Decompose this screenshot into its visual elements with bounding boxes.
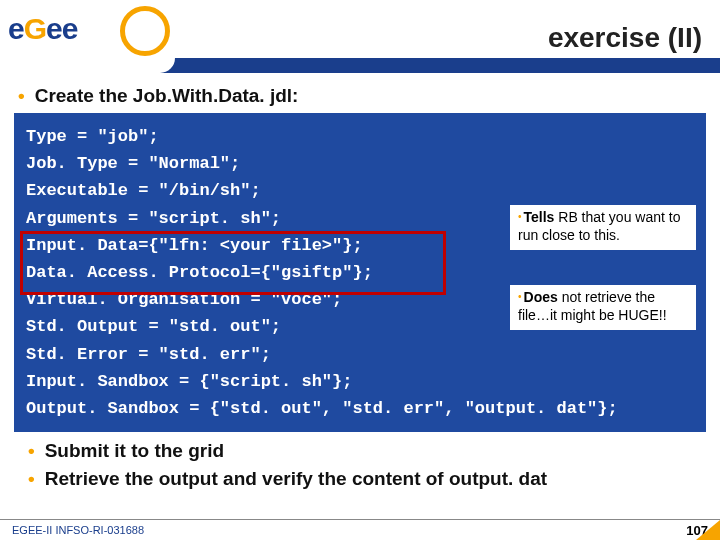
egee-logo: e G e e xyxy=(8,12,77,46)
divider-curve xyxy=(0,58,175,73)
bullet-icon: • xyxy=(28,468,35,489)
annotation-tells: •Tells RB that you want to run close to … xyxy=(510,205,696,250)
bottom-bullets: •Submit it to the grid •Retrieve the out… xyxy=(22,440,708,490)
corner-icon xyxy=(696,520,720,540)
header-divider xyxy=(0,58,720,73)
code-line: Job. Type = "Normal"; xyxy=(26,150,694,177)
code-line: Data. Access. Protocol={"gsiftp"}; xyxy=(26,259,694,286)
footer-left: EGEE-II INFSO-RI-031688 xyxy=(12,524,144,536)
logo-letter: e xyxy=(62,12,78,46)
tagline: Enabling Grids for E-sciencE xyxy=(182,45,299,55)
code-line: Output. Sandbox = {"std. out", "std. err… xyxy=(26,395,694,422)
logo-letter: e xyxy=(46,12,62,46)
bullet-create: •Create the Job.With.Data. jdl: xyxy=(18,85,708,107)
footer: EGEE-II INFSO-RI-031688 107 xyxy=(0,519,720,540)
code-line: Executable = "/bin/sh"; xyxy=(26,177,694,204)
annotation-does: •Does not retrieve the file…it might be … xyxy=(510,285,696,330)
bullet-icon: • xyxy=(518,291,522,302)
annot-bold: Tells xyxy=(524,209,555,225)
logo-circle-icon xyxy=(120,6,170,56)
bullet-text: Submit it to the grid xyxy=(45,440,224,461)
code-line: Type = "job"; xyxy=(26,123,694,150)
bullet-icon: • xyxy=(28,440,35,461)
bullet-icon: • xyxy=(518,211,522,222)
logo-letter: e xyxy=(8,12,24,46)
bullet-text: Create the Job.With.Data. jdl: xyxy=(35,85,299,106)
bullet-submit: •Submit it to the grid xyxy=(28,440,708,462)
bullet-retrieve: •Retrieve the output and verify the cont… xyxy=(28,468,708,490)
content-area: •Create the Job.With.Data. jdl: Type = "… xyxy=(0,73,720,490)
code-line: Std. Error = "std. err"; xyxy=(26,341,694,368)
bullet-text: Retrieve the output and verify the conte… xyxy=(45,468,547,489)
header: e G e e exercise (II) xyxy=(0,0,720,58)
logo-letter: G xyxy=(24,12,46,46)
logo-area: e G e e xyxy=(0,0,175,58)
code-box: Type = "job"; Job. Type = "Normal"; Exec… xyxy=(14,113,706,432)
bullet-icon: • xyxy=(18,85,25,106)
annot-bold: Does xyxy=(524,289,558,305)
code-line: Input. Sandbox = {"script. sh"}; xyxy=(26,368,694,395)
